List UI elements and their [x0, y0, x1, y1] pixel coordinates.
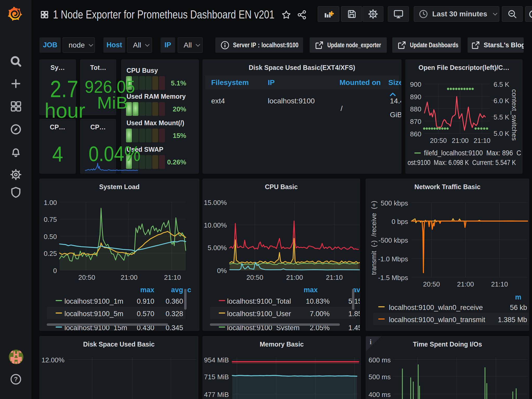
svg-text:?: ?	[14, 376, 18, 383]
